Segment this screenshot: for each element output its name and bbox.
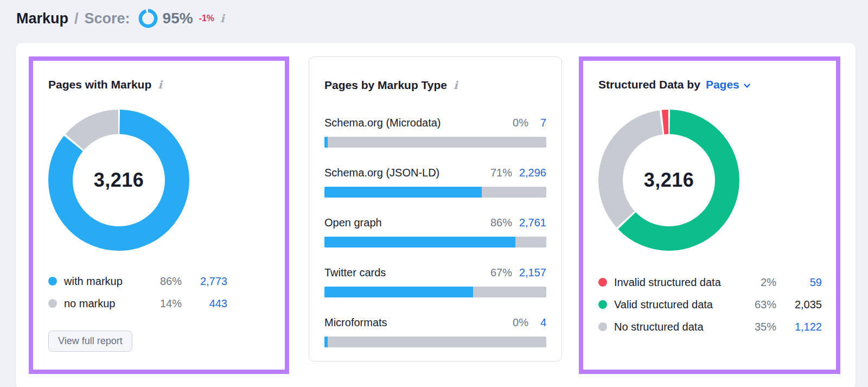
- structured-data-legend: Invalid structured data 2% 59 Valid stru…: [598, 276, 822, 333]
- score-info-icon[interactable]: i: [219, 13, 226, 24]
- bar-count-link[interactable]: 2,761: [519, 217, 546, 229]
- bar-fill: [324, 337, 328, 347]
- bar-track: [324, 237, 546, 248]
- structured-data-donut-chart: 3,216: [598, 110, 739, 251]
- pages-by-markup-type-info-icon[interactable]: i: [452, 80, 459, 91]
- legend-count-link[interactable]: 443: [182, 297, 227, 310]
- bar-row-schema-jsonld: Schema.org (JSON-LD) 71% 2,296: [324, 167, 546, 198]
- bar-percent: 86%: [490, 217, 512, 229]
- legend-item-none: No structured data 35% 1,122: [598, 320, 822, 333]
- pages-selector-dropdown[interactable]: Pages: [706, 78, 751, 91]
- score-delta-badge: -1%: [199, 14, 214, 23]
- pages-with-markup-card: Pages with Markup i 3,216 with markup 86…: [29, 56, 289, 374]
- pages-by-markup-type-card: Pages by Markup Type i Schema.org (Micro…: [309, 56, 562, 361]
- bar-row-twitter-cards: Twitter cards 67% 2,157: [324, 267, 546, 297]
- bar-track: [324, 187, 546, 198]
- blue-dot-icon: [48, 277, 57, 286]
- legend-percent: 35%: [744, 321, 776, 333]
- page-title: Markup: [16, 10, 68, 27]
- score-value: 95%: [163, 10, 193, 27]
- bar-fill: [324, 137, 328, 148]
- gray-dot-icon: [598, 322, 607, 331]
- legend-percent: 63%: [744, 299, 776, 311]
- legend-count-link[interactable]: 59: [776, 276, 822, 289]
- donut-center-value: 3,216: [598, 110, 739, 251]
- donut-center-value: 3,216: [48, 110, 189, 251]
- bar-percent: 0%: [513, 316, 528, 329]
- red-dot-icon: [598, 278, 607, 287]
- legend-count: 2,035: [776, 299, 822, 311]
- structured-data-card: Structured Data by Pages 3,216 Invalid s…: [579, 56, 840, 374]
- pages-by-markup-type-title: Pages by Markup Type: [324, 79, 447, 92]
- score-label: Score:: [85, 10, 130, 27]
- score-ring-icon: [138, 9, 158, 28]
- bar-label: Open graph: [324, 217, 490, 229]
- markup-report-panel: Pages with Markup i 3,216 with markup 86…: [15, 42, 856, 387]
- bar-percent: 67%: [490, 267, 512, 279]
- legend-count-link[interactable]: 2,773: [182, 275, 227, 288]
- bar-count-link[interactable]: 2,296: [519, 167, 546, 179]
- legend-count-link[interactable]: 1,122: [776, 321, 822, 333]
- legend-percent: 86%: [149, 275, 182, 288]
- legend-label: no markup: [64, 297, 149, 310]
- bar-percent: 0%: [513, 117, 528, 129]
- bar-label: Schema.org (Microdata): [324, 117, 513, 129]
- pages-with-markup-donut-chart: 3,216: [48, 110, 189, 251]
- bar-count-link[interactable]: 2,157: [519, 267, 546, 279]
- legend-label: with markup: [64, 275, 149, 288]
- bar-row-open-graph: Open graph 86% 2,761: [324, 217, 546, 248]
- green-dot-icon: [598, 300, 607, 309]
- legend-item-with-markup: with markup 86% 2,773: [48, 275, 227, 288]
- bar-track: [324, 337, 546, 347]
- structured-data-title: Structured Data by: [598, 78, 700, 91]
- bar-row-schema-microdata: Schema.org (Microdata) 0% 7: [324, 117, 546, 148]
- bar-row-microformats: Microformats 0% 4: [324, 316, 546, 347]
- bar-track: [324, 287, 546, 297]
- breadcrumb-slash: /: [74, 10, 79, 27]
- legend-item-no-markup: no markup 14% 443: [48, 297, 227, 310]
- page-header: Markup / Score: 95% -1% i: [16, 9, 226, 28]
- pages-selector-label: Pages: [706, 78, 739, 91]
- legend-item-invalid: Invalid structured data 2% 59: [598, 276, 822, 289]
- gray-dot-icon: [48, 299, 57, 308]
- view-full-report-button[interactable]: View full report: [48, 331, 132, 352]
- legend-percent: 2%: [744, 276, 776, 289]
- bar-count-link[interactable]: 4: [535, 316, 546, 329]
- bar-percent: 71%: [490, 167, 512, 179]
- markup-type-bar-list: Schema.org (Microdata) 0% 7 Schema.org (…: [324, 117, 546, 347]
- legend-label: Valid structured data: [614, 299, 744, 311]
- legend-item-valid: Valid structured data 63% 2,035: [598, 298, 822, 311]
- pages-with-markup-legend: with markup 86% 2,773 no markup 14% 443: [48, 275, 227, 310]
- bar-label: Twitter cards: [324, 267, 490, 279]
- chevron-down-icon: [743, 81, 751, 90]
- legend-label: No structured data: [614, 321, 744, 333]
- bar-fill: [324, 187, 482, 198]
- bar-track: [324, 137, 546, 148]
- bar-count-link[interactable]: 7: [535, 117, 546, 129]
- legend-label: Invalid structured data: [614, 276, 744, 289]
- legend-percent: 14%: [149, 297, 182, 310]
- pages-with-markup-info-icon[interactable]: i: [157, 79, 163, 90]
- pages-with-markup-title: Pages with Markup: [48, 78, 151, 91]
- bar-label: Schema.org (JSON-LD): [324, 167, 490, 179]
- bar-label: Microformats: [324, 316, 513, 329]
- bar-fill: [324, 237, 515, 248]
- bar-fill: [324, 287, 473, 297]
